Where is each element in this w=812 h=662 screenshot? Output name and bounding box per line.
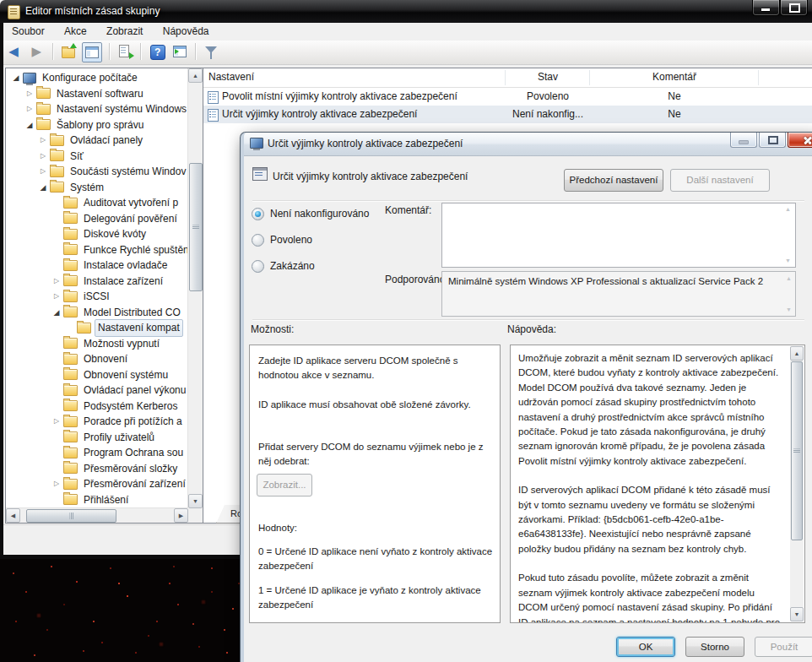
tree-item[interactable]: ▷Přesměrování zařízení bbox=[6, 476, 188, 492]
expand-arrow-icon[interactable]: ▷ bbox=[24, 86, 35, 102]
table-row[interactable]: Určit výjimky kontroly aktivace zabezpeč… bbox=[203, 106, 812, 123]
column-separator[interactable] bbox=[589, 70, 590, 85]
tree-item[interactable]: ▷iSCSI bbox=[6, 289, 188, 305]
collapse-arrow-icon[interactable]: ◢ bbox=[24, 117, 35, 133]
back-icon[interactable]: ◀ bbox=[4, 42, 23, 61]
tree-item-label: Šablony pro správu bbox=[54, 117, 146, 133]
scroll-down-icon[interactable]: ▼ bbox=[790, 607, 804, 621]
column-separator[interactable] bbox=[758, 70, 759, 85]
scroll-thumb[interactable] bbox=[26, 509, 116, 523]
tree-item[interactable]: Diskové kvóty bbox=[6, 226, 188, 242]
filter-icon[interactable] bbox=[203, 42, 221, 61]
separator bbox=[252, 200, 804, 201]
scroll-right-icon[interactable]: ▶ bbox=[174, 508, 188, 523]
help-icon[interactable]: ? bbox=[148, 42, 166, 61]
tree-item[interactable]: Nastavení kompat bbox=[6, 320, 188, 336]
console-tree-icon[interactable] bbox=[82, 42, 102, 62]
tree-item[interactable]: ▷Ovládací panely bbox=[6, 133, 188, 149]
tree-item[interactable]: ▷Nastavení softwaru bbox=[6, 86, 188, 102]
radio-button[interactable] bbox=[252, 234, 264, 247]
screen: Editor místních zásad skupiny Soubor Akc… bbox=[0, 0, 812, 662]
tree-item[interactable]: ◢Konfigurace počítače bbox=[6, 70, 188, 86]
menu-zobrazit[interactable]: Zobrazit bbox=[98, 23, 151, 41]
scroll-down-icon[interactable]: ▼ bbox=[188, 494, 203, 508]
expand-arrow-icon[interactable]: ▷ bbox=[51, 414, 62, 430]
radio-option[interactable]: Zakázáno bbox=[252, 259, 315, 273]
menu-akce[interactable]: Akce bbox=[56, 23, 95, 41]
radio-option[interactable]: Povoleno bbox=[252, 233, 312, 247]
collapse-arrow-icon[interactable]: ◢ bbox=[38, 180, 48, 196]
tree-item[interactable]: ◢Systém bbox=[6, 180, 188, 196]
column-header-stav[interactable]: Stav bbox=[506, 71, 590, 83]
tree-item[interactable]: Delegování pověření bbox=[6, 211, 188, 227]
comment-input[interactable] bbox=[441, 203, 796, 268]
radio-button[interactable] bbox=[252, 260, 264, 273]
tree-item-label: Instalace ovladače bbox=[81, 258, 170, 274]
tree-item[interactable]: Možnosti vypnutí bbox=[6, 336, 188, 352]
help-scrollbar[interactable]: ▲ ▼ bbox=[790, 346, 804, 621]
collapse-arrow-icon[interactable]: ◢ bbox=[51, 305, 62, 321]
expand-arrow-icon[interactable]: ▷ bbox=[51, 274, 62, 290]
dialog-minimize-button bbox=[730, 133, 757, 148]
help-text: Umožňuje zobrazit a měnit seznam ID serv… bbox=[518, 351, 784, 622]
tree-item[interactable]: Obnovení bbox=[6, 351, 188, 367]
radio-option[interactable]: Není nakonfigurováno bbox=[252, 207, 369, 220]
expand-arrow-icon[interactable]: ▷ bbox=[38, 133, 48, 149]
scroll-up-icon[interactable]: ▲ bbox=[188, 68, 203, 83]
tree-item[interactable]: Přihlášení bbox=[6, 492, 188, 508]
expand-arrow-icon[interactable]: ▷ bbox=[51, 476, 62, 492]
tree-item[interactable]: Instalace ovladače bbox=[6, 258, 188, 274]
tree-item[interactable]: ▷Instalace zařízení bbox=[6, 274, 188, 290]
collapse-arrow-icon[interactable]: ◢ bbox=[11, 70, 21, 86]
tree-item[interactable]: Program Ochrana sou bbox=[6, 445, 188, 461]
scroll-thumb[interactable] bbox=[189, 163, 203, 291]
folder-icon bbox=[63, 369, 78, 380]
table-row[interactable]: Povolit místní výjimky kontroly aktivace… bbox=[203, 88, 812, 106]
tree-item[interactable]: Podsystém Kerberos bbox=[6, 399, 188, 415]
tree-vertical-scrollbar[interactable]: ▲ ▼ bbox=[187, 68, 203, 508]
cancel-button[interactable]: Storno bbox=[685, 637, 744, 657]
maximize-button[interactable] bbox=[780, 0, 808, 16]
main-titlebar[interactable]: Editor místních zásad skupiny bbox=[0, 0, 812, 24]
scroll-thumb[interactable] bbox=[791, 361, 803, 540]
help-paragraph-2: ID serverových aplikací DCOM přidané k t… bbox=[518, 483, 784, 556]
expand-arrow-icon[interactable]: ▷ bbox=[51, 289, 62, 305]
expand-arrow-icon[interactable]: ▷ bbox=[24, 101, 35, 117]
expand-arrow-icon[interactable]: ▷ bbox=[38, 164, 48, 180]
menu-napoveda[interactable]: Nápověda bbox=[154, 23, 218, 41]
previous-setting-button[interactable]: Předchozí nastavení bbox=[564, 169, 663, 192]
tree-item[interactable]: Funkce Rychlé spuštěn bbox=[6, 242, 188, 258]
export-list-icon[interactable] bbox=[116, 42, 134, 61]
folder-icon bbox=[63, 291, 78, 302]
scroll-up-icon[interactable]: ▲ bbox=[790, 346, 804, 361]
tree-item[interactable]: Auditovat vytvoření p bbox=[6, 195, 188, 211]
up-folder-icon[interactable] bbox=[59, 42, 78, 61]
dialog-restore-button[interactable] bbox=[759, 133, 786, 148]
minimize-button[interactable] bbox=[752, 0, 780, 16]
column-header-nastaveni[interactable]: Nastavení bbox=[208, 71, 254, 83]
column-header-komentar[interactable]: Komentář bbox=[590, 71, 759, 83]
column-separator[interactable] bbox=[505, 70, 506, 85]
menu-soubor[interactable]: Soubor bbox=[3, 23, 53, 41]
tree-item[interactable]: Obnovení systému bbox=[6, 367, 188, 383]
dialog-titlebar[interactable]: Určit výjimky kontroly aktivace zabezpeč… bbox=[244, 133, 812, 156]
tree-item[interactable]: Ovládací panel výkonu bbox=[6, 383, 188, 399]
radio-button[interactable] bbox=[252, 208, 264, 220]
tree-item[interactable]: ▷Síť bbox=[6, 149, 188, 165]
tree-item[interactable]: ▷Součásti systému Windov bbox=[6, 164, 188, 180]
expand-arrow-icon[interactable]: ▷ bbox=[38, 149, 48, 165]
tree-item[interactable]: ◢Šablony pro správu bbox=[6, 117, 188, 133]
dialog-close-button[interactable] bbox=[788, 133, 812, 148]
tree-item[interactable]: ▷Poradce při potížích a bbox=[6, 414, 188, 430]
tree-item[interactable]: ◢Model Distributed CO bbox=[6, 305, 188, 321]
forward-icon[interactable]: ▶ bbox=[27, 42, 46, 61]
tree-item[interactable]: Přesměrování složky bbox=[6, 461, 188, 477]
tree-horizontal-scrollbar[interactable]: ◀ ▶ bbox=[6, 507, 188, 523]
ok-button[interactable]: OK bbox=[616, 637, 675, 657]
properties-icon[interactable] bbox=[171, 42, 189, 61]
folder-icon bbox=[63, 244, 78, 255]
scroll-left-icon[interactable]: ◀ bbox=[6, 508, 20, 523]
tree-item[interactable]: ▷Nastavení systému Windows bbox=[6, 101, 188, 117]
tree-item[interactable]: Profily uživatelů bbox=[6, 430, 188, 446]
tree-item-label: Systém bbox=[68, 180, 106, 196]
